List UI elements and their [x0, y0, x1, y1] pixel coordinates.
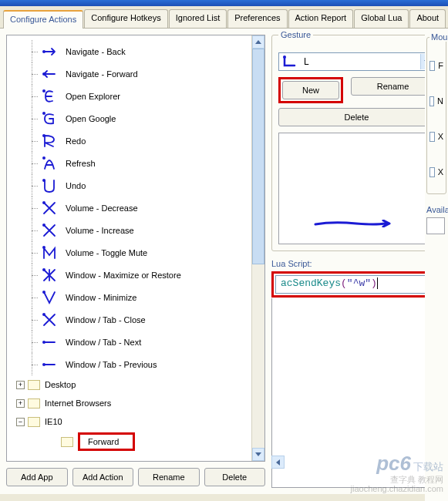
svg-point-6 [42, 179, 45, 182]
gesture-stroke-icon [314, 220, 391, 227]
svg-point-8 [42, 224, 45, 227]
gesture-icon [39, 267, 59, 284]
tree-action-item[interactable]: Open Google [15, 107, 264, 129]
tree-action-item[interactable]: Volume - Decrease [15, 197, 264, 219]
tab-action-report[interactable]: Action Report [288, 9, 354, 28]
expander-icon[interactable]: + [16, 399, 25, 408]
lua-scroll-left-button[interactable] [271, 456, 285, 469]
mouse-checkbox-1[interactable] [429, 61, 435, 71]
arrow-down-icon [255, 452, 261, 456]
tree-action-label: Window - Maximize or Restore [66, 271, 181, 280]
gesture-delete-button[interactable]: Delete [278, 108, 435, 126]
gesture-icon [39, 334, 59, 351]
gesture-icon [39, 43, 59, 60]
tree-action-item[interactable]: Undo [15, 174, 264, 197]
tree-action-label: Undo [66, 181, 86, 190]
tree-action-label: Redo [66, 136, 86, 146]
gesture-icon [39, 289, 59, 306]
action-tree[interactable]: Navigate - BackNavigate - ForwardOpen Ex… [6, 35, 265, 462]
gesture-combo-text: L [304, 56, 309, 67]
mouse-group-label: Mouse [429, 32, 448, 42]
tab-ignored-list[interactable]: Ignored List [169, 9, 227, 28]
add-app-button[interactable]: Add App [6, 468, 68, 486]
tab-configure-actions[interactable]: Configure Actions [3, 10, 83, 29]
lua-script-label: Lua Script: [271, 259, 442, 268]
lua-script-input[interactable]: acSendKeys("^w") [275, 275, 438, 294]
tree-action-label: Window / Tab - Previous [66, 360, 157, 369]
gesture-icon [39, 200, 59, 217]
tab-global-lua[interactable]: Global Lua [354, 9, 409, 28]
scroll-down-button[interactable] [252, 448, 264, 461]
gesture-group-label: Gesture [278, 30, 313, 39]
tree-action-item[interactable]: Window - Maximize or Restore [15, 264, 264, 286]
tree-action-label: Window / Tab - Close [66, 315, 146, 324]
svg-point-10 [42, 268, 45, 271]
gesture-rename-button[interactable]: Rename [351, 77, 435, 96]
tree-action-label: Open Explorer [66, 92, 120, 101]
new-button-highlight: New [278, 77, 343, 103]
available-box[interactable] [426, 217, 445, 234]
gesture-new-button[interactable]: New [282, 81, 339, 99]
mouse-checkbox-2[interactable] [429, 96, 434, 106]
tree-node-ie10[interactable]: −IE10 [15, 412, 264, 431]
add-action-button[interactable]: Add Action [72, 468, 134, 486]
tree-action-item[interactable]: Redo [15, 129, 264, 152]
window-titlebar [0, 0, 448, 6]
tree-action-label: Window / Tab - Next [66, 338, 141, 347]
tree-node-label: Desktop [45, 380, 76, 389]
svg-point-3 [42, 112, 45, 115]
expander-icon[interactable]: − [16, 418, 25, 426]
tree-action-item[interactable]: Window / Tab - Next [15, 331, 264, 353]
tree-action-label: Window - Minimize [66, 293, 136, 302]
scroll-thumb[interactable] [252, 49, 264, 264]
tree-action-label: Volume - Toggle Mute [66, 248, 147, 257]
rename-button[interactable]: Rename [138, 468, 200, 486]
gesture-icon [39, 311, 59, 328]
mouse-checkbox-3[interactable] [429, 132, 435, 142]
tree-child-item[interactable]: Forward [15, 431, 264, 452]
scroll-up-button[interactable] [252, 35, 264, 49]
available-label: Availa [426, 205, 446, 214]
gesture-icon [39, 133, 59, 150]
tree-action-item[interactable]: Navigate - Back [15, 40, 264, 62]
gesture-preview [278, 133, 435, 244]
tree-action-item[interactable]: Open Explorer [15, 85, 264, 107]
expander-icon[interactable]: + [16, 381, 25, 389]
tree-action-label: Volume - Decrease [66, 203, 138, 213]
gesture-icon [39, 356, 59, 373]
tree-scrollbar[interactable] [251, 35, 264, 461]
tree-node-browsers[interactable]: +Internet Browsers [15, 394, 264, 412]
mouse-checkbox-4[interactable] [429, 167, 435, 177]
mouse-opt-2: N [437, 96, 443, 106]
mouse-opt-4: X [438, 167, 443, 177]
tree-action-item[interactable]: Navigate - Forward [15, 62, 264, 85]
forward-highlight: Forward [78, 432, 135, 451]
tree-action-label: Volume - Increase [66, 226, 134, 235]
tree-child-label: Forward [88, 437, 119, 446]
tree-action-item[interactable]: Window / Tab - Previous [15, 353, 264, 375]
gesture-icon [39, 244, 59, 261]
tree-action-item[interactable]: Volume - Toggle Mute [15, 241, 264, 264]
right-side-panel: Mouse F N X X Availa [425, 29, 448, 501]
svg-point-9 [42, 246, 45, 249]
tree-action-item[interactable]: Volume - Increase [15, 219, 264, 241]
tree-action-item[interactable]: Window / Tab - Close [15, 308, 264, 331]
delete-button[interactable]: Delete [204, 468, 266, 486]
gesture-combo[interactable]: L [278, 52, 435, 71]
mouse-group: Mouse F N X X [426, 37, 446, 194]
available-group: Availa [426, 205, 446, 234]
folder-icon [28, 398, 40, 409]
arrow-up-icon [255, 40, 261, 44]
svg-point-4 [42, 134, 45, 137]
tree-action-item[interactable]: Refresh [15, 152, 264, 174]
gesture-icon [39, 110, 59, 127]
tree-action-item[interactable]: Window - Minimize [15, 286, 264, 308]
svg-point-0 [42, 50, 45, 53]
tab-about[interactable]: About [409, 9, 446, 28]
tree-node-desktop[interactable]: +Desktop [15, 375, 264, 394]
svg-point-13 [42, 341, 45, 344]
gesture-icon [39, 177, 59, 194]
watermark: pc6 下载站 查字典 教程网 jiaocheng.chazidian.com [351, 452, 443, 493]
tab-configure-hotkeys[interactable]: Configure Hotkeys [84, 9, 168, 28]
tab-preferences[interactable]: Preferences [227, 9, 287, 28]
